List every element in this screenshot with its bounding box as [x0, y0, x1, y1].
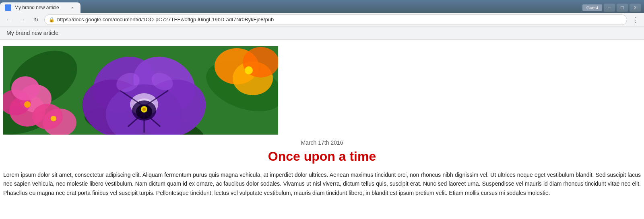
article-title: Once upon a time — [3, 149, 641, 164]
window-controls: Guest – □ × — [582, 2, 644, 13]
active-tab[interactable]: My brand new article × — [0, 2, 80, 13]
svg-point-8 — [11, 76, 39, 100]
reload-button[interactable]: ↻ — [31, 14, 42, 25]
secure-lock-icon: 🔒 — [49, 17, 55, 23]
address-bar[interactable]: 🔒 https://docs.google.com/document/d/1OO… — [44, 14, 627, 25]
article-image — [3, 46, 278, 135]
minimize-button[interactable]: – — [604, 4, 615, 12]
svg-point-9 — [24, 101, 31, 108]
page-content: March 17th 2016 Once upon a time Lorem i… — [0, 40, 644, 205]
url-text: https://docs.google.com/document/d/1OO-p… — [57, 16, 623, 23]
tab-close-button[interactable]: × — [69, 4, 76, 11]
maximize-button[interactable]: □ — [617, 4, 628, 12]
svg-point-32 — [142, 108, 146, 111]
article-body: Lorem ipsum dolor sit amet, consectetur … — [3, 170, 641, 197]
close-button[interactable]: × — [630, 4, 641, 12]
tab-favicon-icon — [5, 4, 11, 11]
flower-svg — [3, 46, 278, 135]
chrome-menu-button[interactable]: ⋮ — [630, 14, 641, 25]
svg-point-16 — [245, 66, 253, 74]
article-date: March 17th 2016 — [3, 139, 641, 146]
title-bar: My brand new article × Guest – □ × — [0, 0, 644, 13]
guest-label: Guest — [582, 4, 602, 11]
address-bar-row: ← → ↻ 🔒 https://docs.google.com/document… — [0, 13, 644, 27]
page-header-bar: My brand new article — [0, 27, 644, 40]
forward-icon: → — [19, 16, 26, 23]
forward-button[interactable]: → — [17, 14, 28, 25]
browser-window: My brand new article × Guest – □ × ← → ↻… — [0, 0, 644, 219]
back-button[interactable]: ← — [3, 14, 14, 25]
svg-point-11 — [32, 104, 63, 129]
page-header-title: My brand new article — [6, 30, 58, 36]
svg-point-12 — [51, 116, 56, 121]
reload-icon: ↻ — [34, 16, 39, 23]
tab-title: My brand new article — [14, 5, 66, 10]
back-icon: ← — [6, 16, 12, 23]
